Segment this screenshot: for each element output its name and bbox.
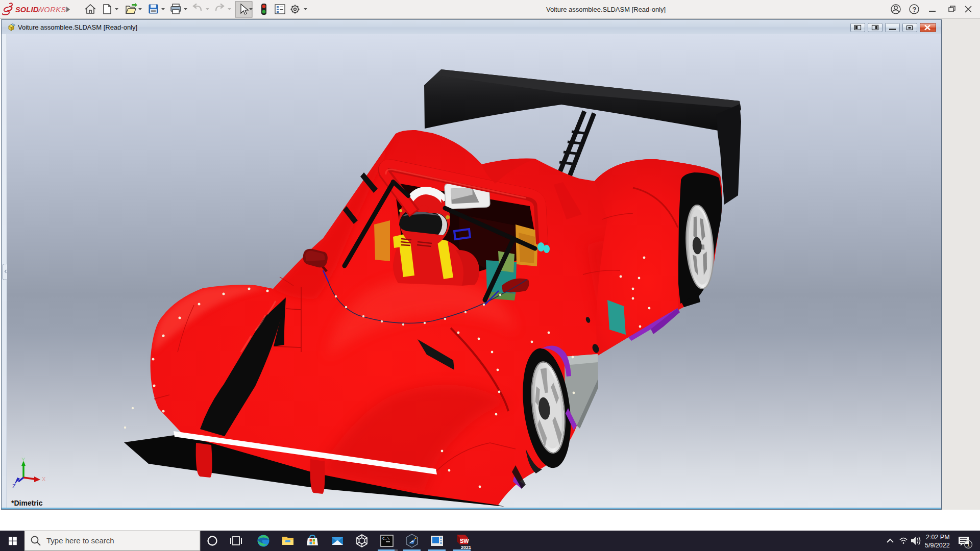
svg-text:SW: SW xyxy=(460,538,469,544)
svg-text:WORKS: WORKS xyxy=(37,6,66,14)
svg-text:*Dimetric: *Dimetric xyxy=(11,499,43,507)
svg-text:1: 1 xyxy=(967,541,970,547)
svg-text:2:02 PM: 2:02 PM xyxy=(926,534,950,541)
svg-text:Type here to search: Type here to search xyxy=(46,536,114,545)
svg-text:Z: Z xyxy=(12,483,16,489)
svg-text:SOLID: SOLID xyxy=(15,6,39,14)
svg-text:5/9/2022: 5/9/2022 xyxy=(925,542,950,549)
svg-text:Y: Y xyxy=(21,457,26,463)
svg-text:X: X xyxy=(42,476,46,482)
svg-text:?: ? xyxy=(913,6,917,13)
svg-text:C:\: C:\ xyxy=(382,536,390,541)
svg-text:2021: 2021 xyxy=(461,545,471,550)
